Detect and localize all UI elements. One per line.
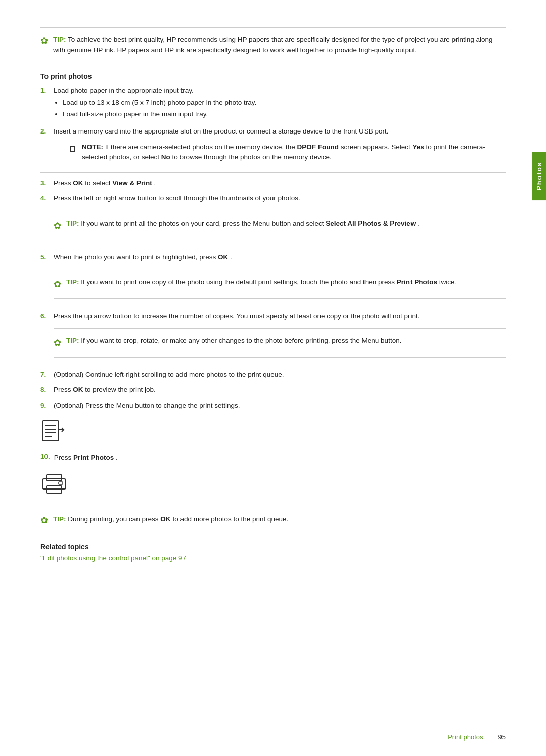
divider-3 [54,211,506,211]
note-text: NOTE: If there are camera-selected photo… [82,142,506,163]
step-2-text: Insert a memory card into the appropriat… [54,127,389,135]
step-5-ok: OK [218,253,228,261]
step-8-ok: OK [73,386,83,393]
related-link[interactable]: "Edit photos using the control panel" on… [40,554,186,562]
step-10-end: . [116,454,118,461]
sidebar-tab: Photos [532,152,546,200]
tip-4-icon: ✿ [54,219,61,233]
tip-6-icon: ✿ [54,336,61,350]
tip-sun-icon: ✿ [40,35,48,47]
step-3: 3. Press OK to select View & Print . [40,178,506,188]
step-1-num: 1. [40,85,50,96]
step-9-content: (Optional) Press the Menu button to chan… [54,401,506,411]
step-1: 1. Load photo paper in the appropriate i… [40,85,506,122]
step-7-content: (Optional) Continue left-right scrolling… [54,370,506,380]
step-8-end: to preview the print job. [85,386,156,393]
step-5: 5. When the photo you want to print is h… [40,252,506,306]
note-bold3: No [161,153,170,161]
step-7-text: (Optional) Continue left-right scrolling… [54,371,284,378]
step-10-num: 10. [40,453,50,460]
step-6-tip-label: TIP: [66,337,79,344]
step-6-num: 6. [40,311,50,321]
top-tip-text: TIP: To achieve the best print quality, … [53,35,506,56]
step-10: 10. Press Print Photos . [40,453,506,463]
bottom-tip-before: During printing, you can press [68,515,160,523]
step-4-tip-text: TIP: If you want to print all the photos… [66,218,420,229]
step-4-tip-before: If you want to print all the photos on y… [81,219,326,227]
footer-title: Print photos [448,733,483,741]
note-end: to browse through the photos on the memo… [172,153,332,161]
step-8-content: Press OK to preview the print job. [54,385,506,395]
divider-4 [54,240,506,240]
step-2-num: 2. [40,126,50,137]
step-9: 9. (Optional) Press the Menu button to c… [40,401,506,411]
step-3-viewprint: View & Print [112,179,152,187]
step-6-content: Press the up arrow button to increase th… [54,311,506,365]
step-1-bullets: Load up to 13 x 18 cm (5 x 7 inch) photo… [63,98,506,120]
step-10-before: Press [54,454,73,461]
step-5-end: . [230,253,232,261]
note-mid: screen appears. Select [341,143,413,151]
tip-bottom-icon: ✿ [40,515,48,526]
step-8: 8. Press OK to preview the print job. [40,385,506,395]
step-8-before: Press [54,386,73,393]
divider-5 [54,270,506,270]
step-10-content: Press Print Photos . [54,453,118,463]
step-4-content: Press the left or right arrow button to … [54,193,506,247]
steps-list: 1. Load photo paper in the appropriate i… [40,85,506,411]
step-9-num: 9. [40,401,50,411]
bullet-1-2: Load full-size photo paper in the main i… [63,109,506,119]
step-5-tip-text: TIP: If you want to print one copy of th… [66,277,457,287]
top-divider [40,27,506,28]
note-block: 🗒 NOTE: If there are camera-selected pho… [69,142,506,163]
step-6: 6. Press the up arrow button to increase… [40,311,506,365]
divider-9 [40,507,506,507]
step-4-text: Press the left or right arrow button to … [54,194,300,202]
step-8-num: 8. [40,385,50,395]
step-6-tip-text: TIP: If you want to crop, rotate, or mak… [66,336,401,346]
step-4-tip-label: TIP: [66,219,79,227]
bottom-tip-block: ✿ TIP: During printing, you can press OK… [40,514,506,526]
divider-10 [40,533,506,533]
note-label: NOTE: [82,143,103,151]
svg-rect-9 [59,482,63,484]
top-tip-content: To achieve the best print quality, HP re… [53,36,493,54]
step-2-content: Insert a memory card into the appropriat… [54,126,506,167]
menu-icon [40,420,66,442]
step-9-text: (Optional) Press the Menu button to chan… [54,402,240,409]
step-3-ok: OK [73,179,83,187]
svg-rect-7 [47,475,62,481]
step-7: 7. (Optional) Continue left-right scroll… [40,370,506,380]
svg-rect-0 [42,421,59,441]
divider-7 [54,328,506,329]
step-4-tip: ✿ TIP: If you want to print all the phot… [54,218,506,233]
step-6-tip-content: If you want to crop, rotate, or make any… [81,337,401,344]
step-4-num: 4. [40,193,50,203]
step-6-text: Press the up arrow button to increase th… [54,312,419,320]
bottom-tip-bold: OK [160,515,170,523]
step-3-num: 3. [40,178,50,188]
step-3-end: . [154,179,156,187]
step-3-mid: to select [85,179,112,187]
note-bold1: DPOF Found [297,143,338,151]
step-1-text: Load photo paper in the appropriate inpu… [54,86,194,94]
step-3-before: Press [54,179,73,187]
step-5-tip-end: twice. [439,278,457,286]
step-5-tip: ✿ TIP: If you want to print one copy of … [54,277,506,291]
note-icon: 🗒 [69,143,77,155]
printer-icon [40,472,68,496]
note-before: If there are camera-selected photos on t… [105,143,297,151]
top-tip-label: TIP: [53,36,66,43]
menu-icon-block [40,420,506,443]
step-1-content: Load photo paper in the appropriate inpu… [54,85,506,122]
step-5-content: When the photo you want to print is high… [54,252,506,306]
bottom-tip-label: TIP: [53,515,66,523]
printer-icon-block [40,472,506,498]
step-4-tip-bold: Select All Photos & Preview [326,219,416,227]
step-5-tip-before: If you want to print one copy of the pho… [81,278,396,286]
tip-5-icon: ✿ [54,278,61,291]
step-3-content: Press OK to select View & Print . [54,178,506,188]
top-tip-block: ✿ TIP: To achieve the best print quality… [40,35,506,56]
step-5-num: 5. [40,252,50,262]
page-footer: Print photos 95 [448,733,506,741]
